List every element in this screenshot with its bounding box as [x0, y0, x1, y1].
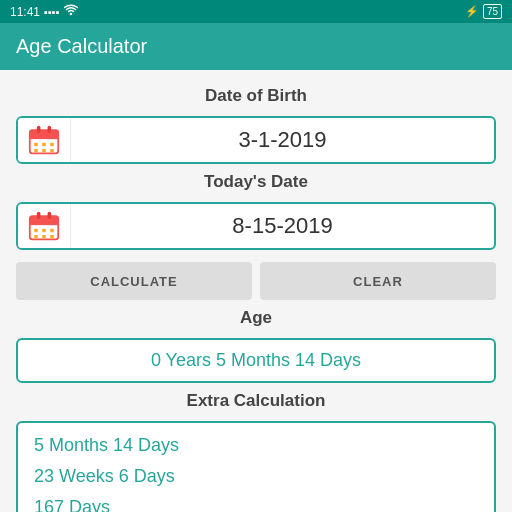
svg-rect-10	[50, 149, 54, 153]
dob-calendar-icon[interactable]	[18, 118, 71, 162]
extra-calc-box: 5 Months 14 Days 23 Weeks 6 Days 167 Day…	[16, 421, 496, 512]
svg-rect-5	[34, 143, 38, 147]
battery-indicator: 75	[483, 4, 502, 19]
svg-rect-20	[42, 235, 46, 239]
wifi-icon	[64, 4, 78, 19]
svg-rect-15	[48, 212, 52, 219]
main-content: Date of Birth 3-1-2019 Today's Date	[0, 70, 512, 512]
extra-item-2: 167 Days	[34, 497, 478, 512]
signal-icon: ▪▪▪▪	[44, 6, 60, 18]
age-label: Age	[16, 308, 496, 328]
extra-item-0: 5 Months 14 Days	[34, 435, 478, 456]
app-title: Age Calculator	[16, 35, 147, 58]
todays-date-label: Today's Date	[16, 172, 496, 192]
charging-icon: ⚡	[465, 5, 479, 18]
svg-rect-17	[42, 229, 46, 233]
extra-calc-label: Extra Calculation	[16, 391, 496, 411]
dob-value: 3-1-2019	[71, 127, 494, 153]
svg-rect-6	[42, 143, 46, 147]
status-bar: 11:41 ▪▪▪▪ ⚡ 75	[0, 0, 512, 23]
clear-button[interactable]: CLEAR	[260, 262, 496, 300]
dob-label: Date of Birth	[16, 86, 496, 106]
svg-rect-13	[30, 222, 58, 225]
calculate-button[interactable]: CALCULATE	[16, 262, 252, 300]
svg-rect-2	[30, 136, 58, 139]
svg-rect-4	[48, 126, 52, 133]
svg-rect-3	[37, 126, 41, 133]
action-buttons-row: CALCULATE CLEAR	[16, 262, 496, 300]
svg-rect-8	[34, 149, 38, 153]
extra-item-1: 23 Weeks 6 Days	[34, 466, 478, 487]
svg-rect-14	[37, 212, 41, 219]
dob-input-row[interactable]: 3-1-2019	[16, 116, 496, 164]
todays-date-value: 8-15-2019	[71, 213, 494, 239]
svg-rect-9	[42, 149, 46, 153]
app-bar: Age Calculator	[0, 23, 512, 70]
todays-date-calendar-icon[interactable]	[18, 204, 71, 248]
status-right: ⚡ 75	[465, 4, 502, 19]
status-left: 11:41 ▪▪▪▪	[10, 4, 78, 19]
todays-date-input-row[interactable]: 8-15-2019	[16, 202, 496, 250]
status-time: 11:41	[10, 5, 40, 19]
svg-rect-19	[34, 235, 38, 239]
svg-rect-18	[50, 229, 54, 233]
svg-rect-16	[34, 229, 38, 233]
age-result: 0 Years 5 Months 14 Days	[16, 338, 496, 383]
battery-level: 75	[487, 6, 498, 17]
svg-rect-21	[50, 235, 54, 239]
svg-rect-7	[50, 143, 54, 147]
